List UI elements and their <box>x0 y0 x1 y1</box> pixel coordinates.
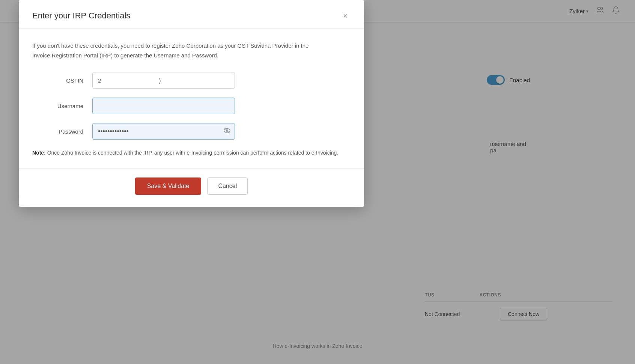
dialog-footer: Save & Validate Cancel <box>19 168 364 207</box>
password-visibility-toggle[interactable] <box>224 127 230 135</box>
password-input[interactable] <box>92 123 235 140</box>
note-text: Once Zoho Invoice is connected with the … <box>46 150 338 156</box>
dialog-title: Enter your IRP Credentials <box>32 11 130 21</box>
dialog-header: Enter your IRP Credentials × <box>19 0 364 29</box>
username-row: Username <box>32 98 351 114</box>
username-input[interactable] <box>92 98 235 114</box>
save-validate-button[interactable]: Save & Validate <box>135 177 202 195</box>
gstin-input[interactable] <box>92 72 235 89</box>
cancel-button[interactable]: Cancel <box>207 177 248 195</box>
dialog-note: Note: Once Zoho Invoice is connected wit… <box>32 149 351 158</box>
dialog-body: If you don't have these credentials, you… <box>19 29 364 168</box>
password-label: Password <box>32 128 92 135</box>
password-row: Password <box>32 123 351 140</box>
password-wrapper <box>92 123 235 140</box>
dialog-description: If you don't have these credentials, you… <box>32 41 310 60</box>
gstin-label: GSTIN <box>32 77 92 84</box>
close-button[interactable]: × <box>340 11 351 21</box>
username-label: Username <box>32 103 92 109</box>
irp-credentials-dialog: Enter your IRP Credentials × If you don'… <box>19 0 364 207</box>
note-bold: Note: <box>32 150 46 156</box>
gstin-row: GSTIN <box>32 72 351 89</box>
